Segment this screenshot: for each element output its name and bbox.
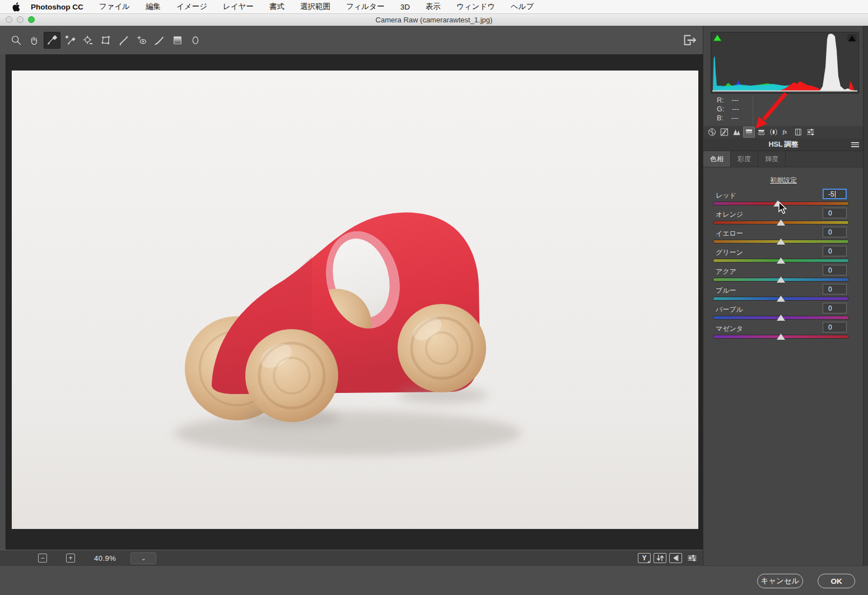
panel-title: HSL 調整 [768, 140, 798, 148]
hsl-tabs: 色相 彩度 輝度 [703, 151, 864, 167]
highlight-clipping-icon [848, 35, 856, 41]
green-slider-track[interactable] [713, 259, 848, 262]
tab-basic[interactable] [706, 127, 718, 138]
slider-label: パープル [716, 305, 743, 315]
zoom-level-dropdown[interactable]: ⌄ [130, 552, 156, 564]
orange-slider-track[interactable] [713, 221, 848, 224]
magenta-slider-thumb[interactable] [777, 334, 785, 340]
spot-removal-tool[interactable] [115, 32, 132, 49]
red-eye-tool[interactable] [133, 32, 150, 49]
tab-lens-corrections[interactable] [768, 127, 780, 138]
ok-button[interactable]: OK [818, 574, 855, 588]
orange-value-input[interactable]: 0 [823, 208, 847, 218]
tab-split-toning[interactable] [755, 127, 767, 138]
slider-row-orange: オレンジ 0 [703, 208, 864, 227]
aqua-value-input[interactable]: 0 [823, 265, 847, 275]
yellow-slider-thumb[interactable] [777, 238, 785, 245]
cancel-button[interactable]: キャンセル [757, 574, 803, 588]
panel-menu-icon[interactable] [851, 142, 859, 147]
menu-item-file[interactable]: ファイル [99, 2, 130, 12]
color-sampler-tool[interactable] [62, 32, 78, 49]
green-value-input[interactable]: 0 [823, 246, 847, 256]
highlight-clipping-indicator[interactable] [847, 34, 857, 42]
image-preview-area[interactable] [0, 54, 703, 550]
tab-tone-curve[interactable] [718, 127, 730, 138]
tab-detail[interactable] [731, 127, 743, 138]
magenta-value-input[interactable]: 0 [823, 322, 847, 332]
eyedropper-icon [46, 34, 58, 46]
red-slider-thumb[interactable] [773, 200, 782, 207]
menu-item-image[interactable]: イメージ [176, 2, 207, 12]
zoom-in-button[interactable]: + [66, 554, 75, 563]
tab-hue[interactable]: 色相 [703, 151, 731, 167]
menu-app-name[interactable]: Photoshop CC [31, 3, 83, 11]
aqua-slider-track[interactable] [713, 278, 848, 281]
sliders-icon [688, 554, 697, 562]
purple-slider-thumb[interactable] [777, 315, 785, 321]
slider-row-magenta: マゼンタ 0 [703, 322, 864, 341]
purple-slider-track[interactable] [713, 316, 848, 319]
copy-settings-button[interactable] [669, 553, 682, 563]
window-title: Camera Raw (camerarawtest_1.jpg) [0, 16, 868, 24]
slider-label: ブルー [716, 286, 736, 296]
detail-icon [732, 128, 741, 137]
radial-filter-tool[interactable] [187, 32, 204, 49]
g-label: G: [717, 105, 724, 113]
purple-value-input[interactable]: 0 [823, 303, 847, 313]
tab-presets[interactable] [805, 127, 816, 138]
targeted-adjustment-tool[interactable] [80, 32, 96, 49]
tab-camera-calibration[interactable] [792, 127, 804, 138]
photo-canvas[interactable] [12, 71, 698, 529]
menu-item-select[interactable]: 選択範囲 [300, 2, 330, 12]
rgb-divider [753, 96, 753, 124]
before-after-view-button[interactable]: Y [638, 553, 651, 563]
tab-effects[interactable]: fx [780, 127, 792, 138]
slider-label: グリーン [716, 248, 743, 257]
orange-slider-thumb[interactable] [777, 219, 785, 226]
tab-hsl-grayscale[interactable] [743, 127, 755, 138]
dialog-footer: キャンセル OK [0, 565, 868, 595]
red-slider-track[interactable] [713, 202, 848, 205]
tab-luminance[interactable]: 輝度 [758, 151, 786, 167]
yellow-value-input[interactable]: 0 [823, 227, 847, 237]
menu-item-edit[interactable]: 編集 [146, 2, 161, 12]
transform-tool[interactable] [97, 32, 114, 49]
blue-value-input[interactable]: 0 [823, 284, 847, 294]
aperture-icon [707, 128, 717, 137]
yellow-slider-track[interactable] [713, 240, 848, 243]
menu-item-window[interactable]: ウィンドウ [456, 2, 495, 12]
preview-settings-button[interactable] [685, 553, 699, 563]
zoom-tool[interactable] [8, 32, 25, 49]
menu-item-help[interactable]: ヘルプ [511, 2, 534, 12]
preview-status-bar: − + 40.9% ⌄ Y [0, 550, 703, 566]
hand-icon [28, 34, 40, 46]
graduated-filter-tool[interactable] [169, 32, 186, 49]
shadow-clipping-indicator[interactable] [713, 34, 722, 41]
hand-tool[interactable] [26, 32, 43, 49]
swap-before-after-button[interactable] [654, 553, 666, 563]
menu-item-layer[interactable]: レイヤー [223, 2, 254, 12]
aqua-slider-thumb[interactable] [777, 277, 785, 283]
green-slider-thumb[interactable] [777, 257, 785, 264]
menu-item-view[interactable]: 表示 [426, 2, 441, 12]
defaults-link[interactable]: 初期設定 [770, 176, 797, 184]
spot-removal-icon [118, 34, 130, 46]
slider-label: オレンジ [716, 210, 743, 219]
blue-slider-thumb[interactable] [777, 296, 785, 302]
tab-saturation[interactable]: 彩度 [731, 151, 758, 167]
white-balance-tool[interactable] [44, 32, 60, 49]
blue-slider-track[interactable] [713, 297, 848, 300]
toggle-fullscreen-button[interactable] [680, 31, 697, 48]
zoom-level-value: 40.9% [94, 554, 116, 563]
apple-logo-icon[interactable] [11, 2, 21, 12]
adjustment-brush-tool[interactable] [151, 32, 168, 49]
menu-item-3d[interactable]: 3D [400, 3, 410, 11]
hsl-icon [744, 128, 754, 137]
red-value-input[interactable]: -5 [823, 189, 847, 199]
menu-item-filter[interactable]: フィルター [346, 2, 385, 12]
zoom-out-button[interactable]: − [38, 554, 47, 563]
magenta-slider-track[interactable] [713, 335, 848, 338]
corner-mark [647, 560, 650, 563]
tone-curve-icon [720, 128, 729, 137]
menu-item-type[interactable]: 書式 [269, 2, 284, 12]
